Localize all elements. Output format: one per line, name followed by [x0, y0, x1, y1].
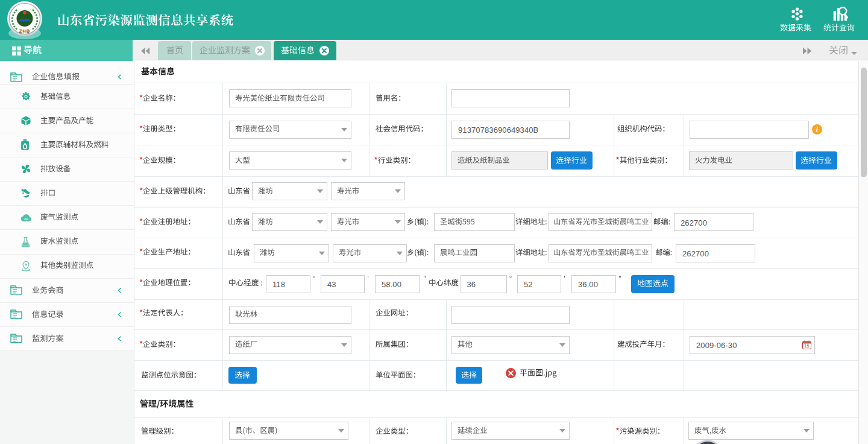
- svg-text:15: 15: [805, 344, 810, 348]
- svg-text:co: co: [24, 217, 28, 221]
- svg-text:ZHB: ZHB: [19, 28, 30, 34]
